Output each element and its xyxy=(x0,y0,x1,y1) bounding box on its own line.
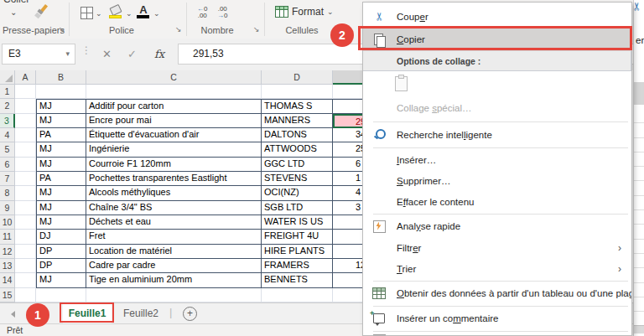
row-header-7[interactable]: 7 xyxy=(0,172,15,186)
cell-A4[interactable] xyxy=(15,128,36,142)
cell-A7[interactable] xyxy=(15,172,36,186)
row-header-11[interactable]: 11 xyxy=(0,230,15,244)
cell-C8[interactable]: Alcools méthyliques xyxy=(86,186,262,200)
row-header-8[interactable]: 8 xyxy=(0,186,15,200)
menu-item-couper[interactable]: ✂Couper xyxy=(363,5,631,28)
cell-C5[interactable]: Ingénierie xyxy=(86,142,262,157)
row-header-1[interactable]: 1 xyxy=(0,85,15,99)
cell-D4[interactable]: DALTONS xyxy=(262,128,333,142)
borders-icon[interactable] xyxy=(80,7,93,19)
row-header-14[interactable]: 14 xyxy=(0,273,15,287)
cell-B9[interactable]: MJ xyxy=(36,201,86,215)
menu-item-options-collage[interactable]: Options de collage : xyxy=(363,51,631,71)
cell-B12[interactable]: DP xyxy=(36,245,86,259)
cell-D14[interactable]: BENNETS xyxy=(262,273,333,287)
cell-B2[interactable]: MJ xyxy=(36,99,86,113)
paste-dropdown-chevron-icon[interactable]: ⌄ xyxy=(10,8,17,17)
cell-B10[interactable]: MJ xyxy=(36,215,86,230)
cell-A1[interactable] xyxy=(15,85,36,99)
tab-feuille2[interactable]: Feuille2 xyxy=(117,303,165,323)
cell-B4[interactable]: PA xyxy=(36,128,86,142)
name-box[interactable]: E3 ▾ xyxy=(2,44,75,65)
cancel-button[interactable]: ✕ xyxy=(102,44,112,65)
cell-C4[interactable]: Étiquette d'évacuation d'air xyxy=(86,128,262,142)
cell-A15[interactable] xyxy=(15,288,36,302)
cell-A12[interactable] xyxy=(15,245,36,259)
cell-D15[interactable] xyxy=(262,288,333,302)
cell-A11[interactable] xyxy=(15,230,36,244)
insert-function-button[interactable]: fx xyxy=(154,44,164,65)
col-header-B[interactable]: B xyxy=(36,70,86,85)
menu-item-supprimer[interactable]: Supprimer… xyxy=(363,170,631,192)
menu-item-paste-option[interactable] xyxy=(363,71,631,96)
add-sheet-button[interactable]: + xyxy=(183,307,197,321)
font-color-icon[interactable]: A xyxy=(137,3,150,18)
cell-B13[interactable]: DP xyxy=(36,259,86,273)
cell-D3[interactable]: MANNERS xyxy=(262,114,333,128)
cell-D9[interactable]: SGB LTD xyxy=(262,201,333,215)
font-dialog-launcher-icon[interactable]: ↘ xyxy=(175,25,182,34)
cell-B5[interactable]: MJ xyxy=(36,142,86,157)
menu-item-commentaire[interactable]: Insérer un commentaire xyxy=(363,308,631,329)
cell-C15[interactable] xyxy=(86,288,262,302)
sheet-nav-left-icon[interactable] xyxy=(11,311,15,318)
format-button[interactable]: Format ⌄ xyxy=(275,4,334,19)
row-header-9[interactable]: 9 xyxy=(0,201,15,215)
cell-B7[interactable]: PA xyxy=(36,172,86,186)
menu-item-collage-special[interactable]: Collage spécial… xyxy=(363,96,631,120)
row-header-2[interactable]: 2 xyxy=(0,99,15,113)
cell-D11[interactable]: FREIGHT 4U xyxy=(262,230,333,244)
cell-D2[interactable]: THOMAS S xyxy=(262,99,333,113)
cell-C2[interactable]: Additif pour carton xyxy=(86,99,262,113)
cell-C1[interactable] xyxy=(86,85,262,99)
menu-item-inserer[interactable]: Insérer… xyxy=(363,149,631,170)
menu-item-trier[interactable]: Trier› xyxy=(363,258,631,279)
menu-item-analyse[interactable]: Analyse rapide xyxy=(363,215,631,237)
row-header-10[interactable]: 10 xyxy=(0,215,15,230)
row-header-4[interactable]: 4 xyxy=(0,128,15,142)
scrollbar-fragment[interactable] xyxy=(634,325,644,333)
menu-item-recherche[interactable]: Recherche intelligente xyxy=(363,123,631,146)
cell-C9[interactable]: Chaîne 3/4" BS xyxy=(86,201,262,215)
menu-item-obtenir[interactable]: Obtenir des données à partir d'un tablea… xyxy=(363,282,631,304)
cell-A14[interactable] xyxy=(15,273,36,287)
cell-D12[interactable]: HIRE PLANTS xyxy=(262,245,333,259)
cell-D10[interactable]: WATER IS US xyxy=(262,215,333,230)
cell-B14[interactable]: MJ xyxy=(36,273,86,287)
cell-C12[interactable]: Location de matériel xyxy=(86,245,262,259)
col-header-C[interactable]: C xyxy=(86,70,262,85)
menu-item-filtrer[interactable]: Filtrer› xyxy=(363,237,631,258)
menu-item-effacer[interactable]: Effacer le contenu xyxy=(363,192,631,212)
cell-B1[interactable] xyxy=(36,85,86,99)
cell-D7[interactable]: STEVENS xyxy=(262,172,333,186)
cell-D6[interactable]: GGC LTD xyxy=(262,158,333,172)
col-header-D[interactable]: D xyxy=(262,70,333,85)
cell-D13[interactable]: FRAMERS xyxy=(262,259,333,273)
number-dialog-launcher-icon[interactable]: ↘ xyxy=(253,25,260,34)
cell-C10[interactable]: Déchets et eau xyxy=(86,215,262,230)
font-color-chevron-icon[interactable]: ⌄ xyxy=(153,9,160,18)
cell-C13[interactable]: Cadre par cadre xyxy=(86,259,262,273)
cell-B15[interactable] xyxy=(36,288,86,302)
decrease-decimal-icon[interactable]: ←0.00 xyxy=(197,6,207,19)
increase-decimal-icon[interactable]: .00→0 xyxy=(217,6,227,19)
cell-C11[interactable]: Fret xyxy=(86,230,262,244)
cell-C14[interactable]: Tige en aluminium 20mm xyxy=(86,273,262,287)
cell-A10[interactable] xyxy=(15,215,36,230)
paste-button[interactable]: Coller xyxy=(3,0,29,5)
fill-color-chevron-icon[interactable]: ⌄ xyxy=(126,9,132,18)
cell-A3[interactable] xyxy=(15,114,36,128)
row-header-15[interactable]: 15 xyxy=(0,288,15,302)
cell-D1[interactable] xyxy=(262,85,333,99)
cell-C6[interactable]: Courroie F1 120mm xyxy=(86,158,262,172)
cell-A9[interactable] xyxy=(15,201,36,215)
row-header-12[interactable]: 12 xyxy=(0,245,15,259)
cell-A2[interactable] xyxy=(15,99,36,113)
cell-A6[interactable] xyxy=(15,158,36,172)
clipboard-dialog-launcher-icon[interactable]: ↘ xyxy=(59,25,65,34)
cell-C7[interactable]: Pochettes transparentes Eastlight xyxy=(86,172,262,186)
cell-A5[interactable] xyxy=(15,142,36,157)
cell-B11[interactable]: DJ xyxy=(36,230,86,244)
borders-chevron-icon[interactable]: ⌄ xyxy=(96,9,102,18)
cell-B8[interactable]: MJ xyxy=(36,186,86,200)
